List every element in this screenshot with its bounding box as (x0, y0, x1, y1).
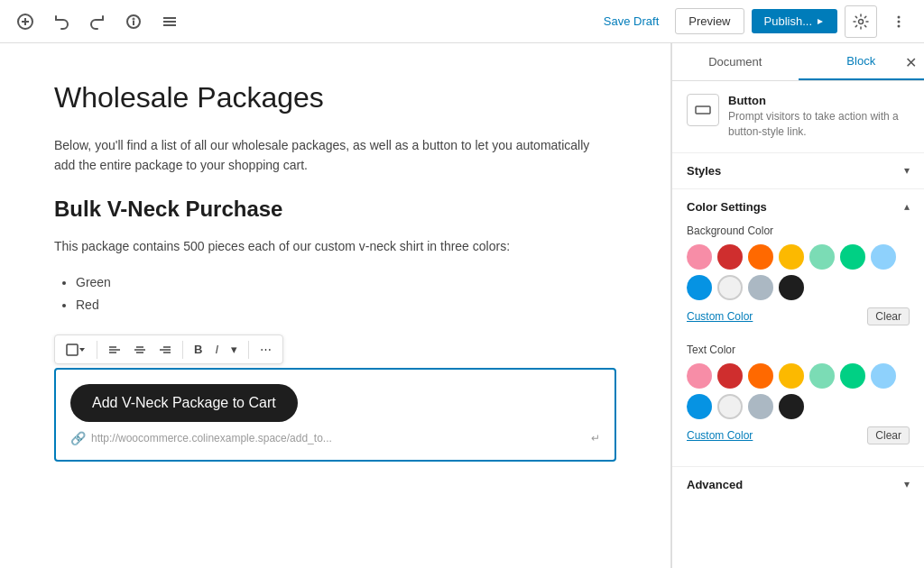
text-color-label: Text Color (687, 344, 910, 356)
svg-point-12 (898, 20, 901, 23)
block-info-text: Button Prompt visitors to take action wi… (728, 94, 910, 140)
color-swatch-pale-pink[interactable] (687, 363, 712, 389)
intro-text: Below, you'll find a list of all our who… (54, 135, 596, 176)
background-color-actions: Custom Color Clear (687, 307, 910, 325)
color-settings-label: Color Settings (687, 200, 767, 214)
color-swatch-light-green-cyan[interactable] (809, 244, 835, 270)
publish-label: Publish... (764, 14, 812, 28)
color-swatch-white[interactable] (717, 275, 743, 300)
svg-marker-15 (79, 348, 85, 352)
block-icon (687, 94, 719, 126)
svg-point-5 (134, 18, 134, 19)
more-options-button[interactable] (884, 7, 913, 36)
list-view-button[interactable] (155, 7, 184, 36)
block-toolbar: B I ▾ ⋯ (54, 334, 283, 364)
publish-button[interactable]: Publish... (752, 9, 837, 33)
sidebar: Document Block ✕ Button Prompt visitors … (671, 43, 924, 568)
styles-chevron: ▾ (904, 164, 910, 177)
italic-button[interactable]: I (209, 339, 224, 360)
color-swatch-pale-cyan-blue[interactable] (871, 363, 896, 389)
text-options-button[interactable]: ▾ (226, 339, 243, 360)
color-swatch-vivid-green-cyan[interactable] (840, 363, 865, 389)
redo-button[interactable] (83, 7, 112, 36)
text-custom-color-link[interactable]: Custom Color (687, 429, 753, 442)
color-swatch-pale-cyan-blue[interactable] (871, 244, 896, 270)
background-color-section: Background Color Custom Color Clear (672, 224, 924, 336)
toolbar-separator-3 (248, 341, 249, 359)
block-info: Button Prompt visitors to take action wi… (672, 81, 924, 153)
svg-marker-9 (818, 19, 823, 24)
sidebar-tabs: Document Block ✕ (672, 43, 924, 81)
color-swatch-vivid-red[interactable] (717, 244, 743, 270)
sidebar-close-button[interactable]: ✕ (905, 53, 917, 70)
add-block-button[interactable] (11, 7, 40, 36)
list-item: Red (76, 294, 616, 316)
editor-area: Wholesale Packages Below, you'll find a … (0, 43, 671, 568)
color-swatch-cyan-bluish-gray[interactable] (748, 275, 773, 300)
text-color-grid (687, 363, 910, 419)
styles-label: Styles (687, 164, 721, 178)
color-swatch-white[interactable] (717, 394, 743, 419)
link-url-text: http://woocommerce.colinexample.space/ad… (91, 432, 586, 444)
main-layout: Wholesale Packages Below, you'll find a … (0, 43, 924, 568)
advanced-section-header[interactable]: Advanced ▾ (672, 467, 924, 502)
color-settings-chevron: ▴ (904, 200, 910, 213)
align-center-button[interactable] (128, 340, 152, 360)
settings-button[interactable] (845, 5, 877, 38)
list-item: Green (76, 271, 616, 294)
color-swatch-vivid-red[interactable] (717, 363, 743, 389)
text-color-actions: Custom Color Clear (687, 426, 910, 444)
color-swatch-vivid-green-cyan[interactable] (840, 244, 865, 270)
bullet-list: Green Red (76, 271, 616, 316)
color-swatch-luminous-vivid-orange[interactable] (748, 244, 773, 270)
align-right-button[interactable] (153, 340, 177, 360)
advanced-chevron: ▾ (904, 478, 910, 490)
top-bar-right: Save Draft Preview Publish... (595, 5, 913, 38)
color-swatch-vivid-cyan-blue[interactable] (687, 394, 712, 419)
color-swatch-black[interactable] (779, 394, 804, 419)
block-description: Prompt visitors to take action with a bu… (728, 109, 910, 140)
svg-rect-14 (67, 344, 78, 355)
button-block[interactable]: Add V-Neck Package to Cart 🔗 http://wooc… (54, 368, 616, 462)
color-swatch-vivid-cyan-blue[interactable] (687, 275, 712, 300)
more-toolbar-button[interactable]: ⋯ (254, 339, 277, 360)
top-bar: Save Draft Preview Publish... (0, 0, 924, 43)
cart-button[interactable]: Add V-Neck Package to Cart (70, 384, 298, 422)
color-swatch-luminous-vivid-amber[interactable] (779, 363, 804, 389)
block-name: Button (728, 94, 910, 107)
svg-point-13 (898, 24, 901, 27)
bg-custom-color-link[interactable]: Custom Color (687, 310, 753, 323)
info-button[interactable] (119, 7, 148, 36)
align-left-button[interactable] (103, 340, 126, 360)
svg-rect-25 (696, 106, 710, 114)
undo-button[interactable] (47, 7, 76, 36)
color-swatch-cyan-bluish-gray[interactable] (748, 394, 773, 419)
text-clear-button[interactable]: Clear (867, 426, 910, 444)
sidebar-content: Button Prompt visitors to take action wi… (672, 81, 924, 568)
tab-document[interactable]: Document (672, 43, 799, 80)
page-title: Wholesale Packages (54, 79, 616, 117)
preview-button[interactable]: Preview (675, 8, 744, 34)
color-settings-header[interactable]: Color Settings ▴ (672, 189, 924, 224)
link-icon: 🔗 (70, 431, 86, 445)
text-color-section: Text Color Custom Color Clear (672, 344, 924, 455)
bold-button[interactable]: B (189, 339, 208, 360)
toolbar-separator (97, 341, 97, 359)
top-bar-left (11, 7, 184, 36)
section-text: This package contains 500 pieces each of… (54, 236, 616, 256)
svg-point-10 (859, 19, 864, 23)
color-swatch-luminous-vivid-orange[interactable] (748, 363, 773, 389)
link-row: 🔗 http://woocommerce.colinexample.space/… (70, 431, 600, 445)
block-type-button[interactable] (60, 340, 91, 360)
color-swatch-pale-pink[interactable] (687, 244, 712, 270)
styles-section-header[interactable]: Styles ▾ (672, 153, 924, 188)
advanced-label: Advanced (687, 478, 743, 491)
background-color-label: Background Color (687, 224, 910, 237)
bg-clear-button[interactable]: Clear (867, 307, 910, 325)
color-swatch-luminous-vivid-amber[interactable] (779, 244, 804, 270)
toolbar-separator-2 (182, 341, 183, 359)
color-swatch-black[interactable] (779, 275, 804, 300)
color-swatch-light-green-cyan[interactable] (809, 363, 835, 389)
section-title: Bulk V-Neck Purchase (54, 197, 616, 222)
save-draft-button[interactable]: Save Draft (595, 9, 668, 33)
